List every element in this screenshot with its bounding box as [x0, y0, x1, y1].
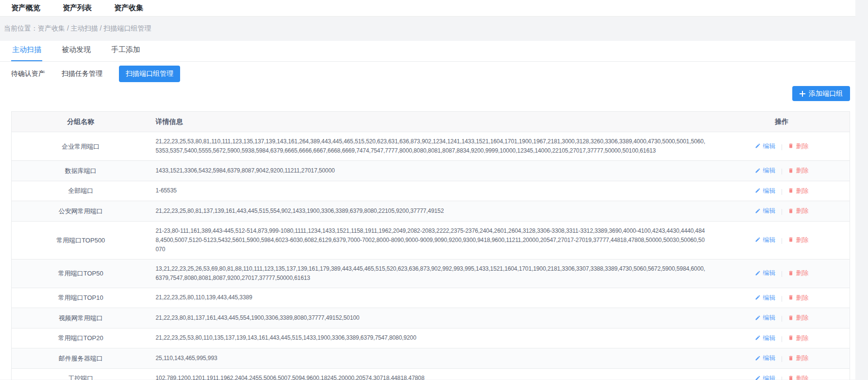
- column-header-group-name: 分组名称: [12, 112, 150, 132]
- delete-button[interactable]: 删除: [788, 293, 808, 302]
- edit-icon: [755, 294, 761, 300]
- actions-cell: 编辑 删除: [714, 348, 850, 369]
- subtab-pending-assets[interactable]: 待确认资产: [11, 66, 45, 82]
- tab-passive-discovery[interactable]: 被动发现: [61, 45, 92, 61]
- delete-label: 删除: [796, 313, 808, 322]
- group-name-cell: 公安网常用端口: [12, 201, 150, 222]
- delete-button[interactable]: 删除: [788, 186, 808, 195]
- subtab-bar: 待确认资产 扫描任务管理 扫描端口组管理: [0, 62, 855, 86]
- edit-icon: [755, 335, 761, 341]
- edit-button[interactable]: 编辑: [755, 313, 775, 322]
- table-row: 常用端口TOP500 21-23,80-111,161,389,443-445,…: [12, 221, 850, 259]
- delete-icon: [788, 294, 794, 300]
- delete-button[interactable]: 删除: [788, 235, 808, 244]
- edit-button[interactable]: 编辑: [755, 293, 775, 302]
- table-row: 视频网常用端口 21,22,23,80,81,137,161,443,445,5…: [12, 308, 850, 328]
- delete-button[interactable]: 删除: [788, 268, 808, 277]
- edit-icon: [755, 143, 761, 149]
- column-header-actions: 操作: [714, 112, 850, 132]
- actions-cell: 编辑 删除: [714, 181, 850, 201]
- add-port-group-label: 添加端口组: [809, 89, 843, 98]
- edit-icon: [755, 168, 761, 173]
- detail-cell: 21,22,23,25,80,81,137,139,161,443,445,51…: [150, 201, 714, 222]
- table-row: 常用端口TOP10 21,22,23,25,80,110,139,443,445…: [12, 288, 850, 308]
- action-divider: [782, 189, 782, 195]
- actions-cell: 编辑 删除: [714, 221, 850, 259]
- edit-button[interactable]: 编辑: [755, 235, 775, 244]
- edit-icon: [755, 188, 761, 193]
- delete-icon: [788, 237, 794, 242]
- edit-label: 编辑: [763, 141, 775, 151]
- edit-button[interactable]: 编辑: [755, 333, 775, 343]
- edit-button[interactable]: 编辑: [755, 186, 775, 195]
- group-name-cell: 常用端口TOP500: [12, 221, 150, 259]
- group-name-cell: 企业常用端口: [12, 132, 150, 161]
- edit-label: 编辑: [763, 166, 775, 175]
- delete-label: 删除: [796, 186, 808, 195]
- edit-button[interactable]: 编辑: [755, 206, 775, 215]
- actions-cell: 编辑 删除: [714, 259, 850, 288]
- delete-icon: [788, 315, 794, 321]
- action-divider: [782, 238, 782, 244]
- edit-label: 编辑: [763, 293, 775, 302]
- delete-label: 删除: [796, 235, 808, 244]
- edit-icon: [755, 237, 761, 242]
- delete-button[interactable]: 删除: [788, 166, 808, 175]
- action-divider: [782, 336, 782, 342]
- group-name-cell: 常用端口TOP20: [12, 328, 150, 348]
- nav-item-asset-list[interactable]: 资产列表: [63, 3, 92, 13]
- actions-cell: 编辑 删除: [714, 201, 850, 222]
- action-divider: [782, 144, 782, 150]
- nav-item-asset-overview[interactable]: 资产概览: [11, 3, 40, 13]
- edit-icon: [755, 375, 761, 380]
- edit-label: 编辑: [763, 374, 775, 380]
- delete-icon: [788, 335, 794, 341]
- delete-button[interactable]: 删除: [788, 141, 808, 151]
- edit-button[interactable]: 编辑: [755, 374, 775, 380]
- edit-button[interactable]: 编辑: [755, 353, 775, 363]
- detail-cell: 21,22,23,25,80,110,139,443,445,3389: [150, 288, 714, 308]
- action-divider: [782, 356, 782, 362]
- nav-item-asset-collect[interactable]: 资产收集: [114, 3, 143, 13]
- group-name-cell: 全部端口: [12, 181, 150, 201]
- delete-icon: [788, 188, 794, 193]
- edit-button[interactable]: 编辑: [755, 141, 775, 151]
- detail-cell: 21,22,23,25,53,80,81,110,111,123,135,137…: [150, 132, 714, 161]
- delete-icon: [788, 270, 794, 276]
- group-name-cell: 数据库端口: [12, 161, 150, 181]
- delete-icon: [788, 355, 794, 361]
- delete-button[interactable]: 删除: [788, 353, 808, 363]
- breadcrumb: 当前位置： 资产收集 / 主动扫描 / 扫描端口组管理: [0, 17, 855, 41]
- actions-cell: 编辑 删除: [714, 308, 850, 328]
- delete-button[interactable]: 删除: [788, 206, 808, 215]
- edit-button[interactable]: 编辑: [755, 268, 775, 277]
- delete-button[interactable]: 删除: [788, 374, 808, 380]
- delete-label: 删除: [796, 333, 808, 343]
- delete-button[interactable]: 删除: [788, 313, 808, 322]
- delete-icon: [788, 208, 794, 214]
- plus-icon: [800, 91, 805, 97]
- delete-label: 删除: [796, 166, 808, 175]
- table-row: 数据库端口 1433,1521,3306,5432,5984,6379,8087…: [12, 161, 850, 181]
- tab-manual-add[interactable]: 手工添加: [110, 45, 141, 61]
- detail-cell: 21-23,80-111,161,389,443-445,512-514,873…: [150, 221, 714, 259]
- delete-button[interactable]: 删除: [788, 333, 808, 343]
- table-row: 企业常用端口 21,22,23,25,53,80,81,110,111,123,…: [12, 132, 850, 161]
- edit-button[interactable]: 编辑: [755, 166, 775, 175]
- group-name-cell: 常用端口TOP10: [12, 288, 150, 308]
- edit-label: 编辑: [763, 268, 775, 277]
- subtab-scan-port-group-mgmt[interactable]: 扫描端口组管理: [119, 66, 180, 82]
- tab-active-scan[interactable]: 主动扫描: [11, 45, 42, 61]
- edit-label: 编辑: [763, 186, 775, 195]
- breadcrumb-label: 当前位置：: [4, 24, 38, 33]
- subtab-scan-task-mgmt[interactable]: 扫描任务管理: [62, 66, 102, 82]
- actions-cell: 编辑 删除: [714, 368, 850, 380]
- port-groups-table-wrap: 分组名称 详情信息 操作 企业常用端口 21,22,23,25,53,80,81…: [11, 111, 850, 380]
- delete-label: 删除: [796, 268, 808, 277]
- detail-cell: 21,22,23,80,81,137,161,443,445,554,1900,…: [150, 308, 714, 328]
- delete-label: 删除: [796, 353, 808, 363]
- group-name-cell: 工控端口: [12, 368, 150, 380]
- actions-cell: 编辑 删除: [714, 288, 850, 308]
- delete-label: 删除: [796, 374, 808, 380]
- add-port-group-button[interactable]: 添加端口组: [792, 86, 850, 101]
